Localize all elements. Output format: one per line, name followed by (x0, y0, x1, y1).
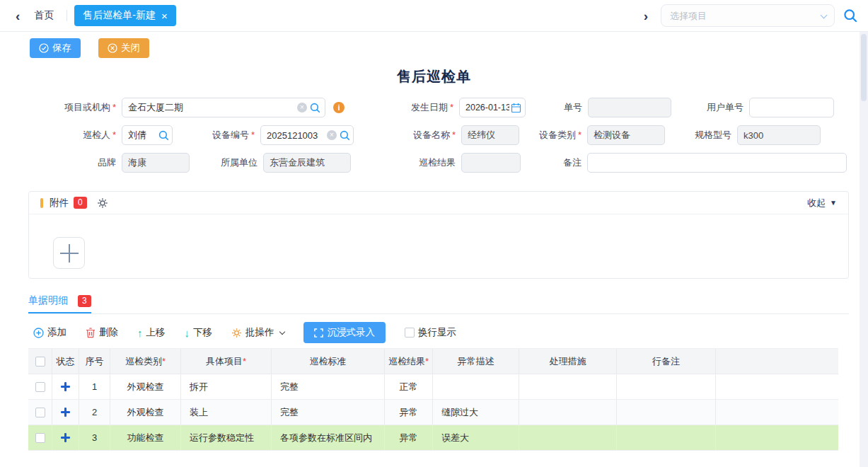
clear-icon[interactable]: × (297, 103, 307, 113)
cell-abnormal[interactable]: 缝隙过大 (433, 400, 519, 425)
move-down-button[interactable]: ↓ 下移 (185, 326, 213, 339)
cell-remark[interactable] (617, 400, 716, 425)
cell-standard[interactable]: 各项参数在标准区间内 (272, 425, 385, 450)
tab-bar: ‹ 首页 售后巡检单-新建 × › (0, 0, 868, 32)
doc-no-input (588, 98, 671, 117)
check-circle-icon (39, 43, 49, 53)
tab-close-icon[interactable]: × (161, 11, 168, 21)
tab-detail-lines[interactable]: 单据明细 3 (28, 294, 91, 313)
cell-abnormal[interactable]: 误差大 (433, 425, 519, 450)
table-row-selected[interactable]: 3 功能检查 运行参数稳定性 各项参数在标准区间内 异常 误差大 (28, 425, 838, 451)
cell-result[interactable]: 正常 (385, 374, 433, 399)
cell-standard[interactable]: 完整 (272, 374, 385, 399)
brand-input (122, 153, 190, 173)
immersive-label: 沉浸式录入 (328, 326, 376, 339)
trash-icon (86, 328, 96, 338)
lookup-search-icon[interactable] (340, 130, 350, 141)
table-row[interactable]: 2 外观检查 装上 完整 异常 缝隙过大 (28, 400, 838, 425)
result-label: 巡检结果 (351, 156, 461, 169)
cell-result[interactable]: 异常 (385, 425, 433, 450)
cell-item[interactable]: 运行参数稳定性 (181, 425, 272, 450)
remark-label: 备注 (521, 156, 587, 169)
close-button[interactable]: 关闭 (98, 38, 149, 58)
row-add-icon[interactable] (61, 382, 70, 391)
project-select-input[interactable] (661, 11, 834, 21)
section-marker (40, 198, 43, 208)
cell-remark[interactable] (617, 425, 716, 450)
result-input (461, 153, 521, 173)
project-input[interactable] (122, 98, 325, 117)
info-icon[interactable]: i (333, 102, 345, 113)
immersive-entry-button[interactable]: 沉浸式录入 (303, 322, 386, 343)
cell-remark[interactable] (617, 374, 716, 399)
calendar-icon[interactable] (511, 103, 521, 113)
cell-category[interactable]: 外观检查 (110, 374, 181, 399)
fullscreen-icon (314, 328, 323, 338)
detail-toolbar: 添加 删除 ↑ 上移 ↓ 下移 批操作 沉浸式录入 换行显示 (33, 321, 849, 344)
col-abnormal: 异常描述 (433, 349, 519, 374)
row-checkbox[interactable] (35, 382, 45, 392)
lookup-search-icon[interactable] (310, 103, 320, 113)
select-all-checkbox[interactable] (35, 357, 45, 367)
form-row-1: 项目或机构 × i 发生日期 单号 用户单号 (28, 98, 847, 117)
batch-gear-icon (231, 328, 242, 338)
device-type-input (587, 125, 665, 145)
col-result: 巡检结果 (385, 349, 433, 374)
col-seq: 序号 (79, 349, 110, 374)
project-select[interactable] (661, 4, 835, 27)
row-add-icon[interactable] (61, 433, 70, 442)
tab-detail-label: 单据明细 (28, 294, 68, 307)
cell-standard[interactable]: 完整 (272, 400, 385, 425)
field-device-no: × (260, 125, 354, 145)
move-up-button[interactable]: ↑ 上移 (137, 326, 166, 339)
tab-home[interactable]: 首页 (34, 9, 54, 22)
cell-action[interactable] (519, 374, 617, 399)
tabs-scroll-right-icon[interactable]: › (640, 9, 652, 23)
upload-button[interactable] (53, 237, 85, 269)
delete-row-button[interactable]: 删除 (86, 326, 118, 339)
wrap-checkbox[interactable] (405, 328, 415, 338)
chevron-down-icon (279, 328, 284, 334)
inspector-label: 巡检人 (28, 129, 122, 142)
cell-action[interactable] (519, 425, 617, 450)
action-bar: 保存 关闭 (30, 38, 868, 58)
cell-action[interactable] (519, 400, 617, 425)
row-checkbox[interactable] (35, 408, 45, 417)
cell-category[interactable]: 功能检查 (110, 425, 181, 450)
add-circle-icon (33, 328, 44, 338)
device-name-input (461, 125, 519, 145)
add-row-button[interactable]: 添加 (33, 326, 66, 339)
gear-icon[interactable] (97, 197, 108, 209)
batch-operations-dropdown[interactable]: 批操作 (231, 326, 284, 339)
batch-label: 批操作 (245, 326, 274, 339)
clear-icon[interactable]: × (327, 130, 337, 140)
detail-tabs: 单据明细 3 (28, 294, 849, 314)
user-doc-no-label: 用户单号 (671, 101, 749, 114)
cell-result[interactable]: 异常 (385, 400, 433, 425)
scrollbar-thumb[interactable] (861, 34, 867, 101)
tab-active[interactable]: 售后巡检单-新建 × (74, 5, 175, 26)
cell-abnormal[interactable] (433, 374, 519, 399)
tabs-scroll-left-icon[interactable]: ‹ (11, 9, 24, 23)
wrap-display-toggle[interactable]: 换行显示 (405, 326, 456, 339)
search-icon[interactable] (843, 8, 858, 23)
close-circle-icon (108, 43, 117, 53)
row-checkbox[interactable] (35, 433, 45, 443)
remark-input[interactable] (587, 153, 847, 173)
save-button[interactable]: 保存 (30, 38, 81, 58)
collapse-toggle[interactable]: 收起 ▼ (807, 197, 837, 209)
cell-item[interactable]: 拆开 (181, 374, 272, 399)
col-status: 状态 (52, 349, 79, 374)
detail-grid: 状态 序号 巡检类别 具体项目 巡检标准 巡检结果 异常描述 处理措施 行备注 … (28, 348, 838, 451)
cell-category[interactable]: 外观检查 (110, 400, 181, 425)
page-title: 售后巡检单 (0, 67, 868, 86)
lookup-search-icon[interactable] (158, 130, 169, 141)
doc-no-label: 单号 (526, 101, 588, 114)
cell-item[interactable]: 装上 (181, 400, 272, 425)
table-row[interactable]: 1 外观检查 拆开 完整 正常 (28, 374, 838, 400)
app-window: ‹ 首页 售后巡检单-新建 × › 保存 关闭 售后巡检单 (0, 0, 868, 467)
vertical-scrollbar[interactable] (860, 32, 868, 467)
col-item: 具体项目 (181, 349, 272, 374)
user-doc-no-input[interactable] (749, 98, 834, 117)
row-add-icon[interactable] (61, 408, 70, 417)
